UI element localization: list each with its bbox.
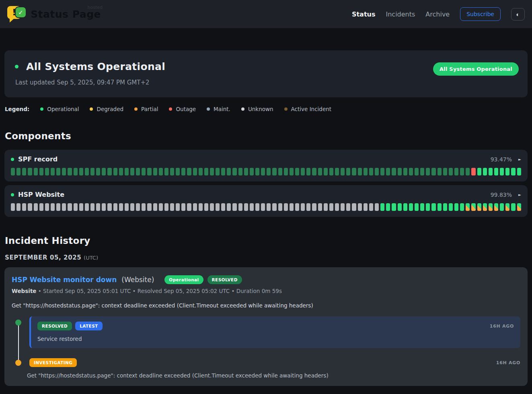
uptime-bar[interactable] — [68, 168, 72, 175]
uptime-bar[interactable] — [28, 203, 32, 211]
uptime-bar[interactable] — [164, 203, 168, 211]
uptime-bar[interactable] — [409, 168, 413, 175]
uptime-bar[interactable] — [136, 168, 140, 175]
uptime-bar[interactable] — [403, 168, 407, 175]
uptime-bar[interactable] — [505, 203, 509, 211]
uptime-bar[interactable] — [466, 203, 470, 211]
uptime-bar[interactable] — [244, 203, 248, 211]
uptime-bar[interactable] — [79, 203, 83, 211]
uptime-bar[interactable] — [449, 203, 453, 211]
uptime-bar[interactable] — [181, 168, 185, 175]
uptime-bar[interactable] — [306, 203, 310, 211]
uptime-bar[interactable] — [90, 168, 94, 175]
uptime-bar[interactable] — [403, 203, 407, 211]
uptime-bar[interactable] — [301, 168, 305, 175]
uptime-bar[interactable] — [107, 203, 111, 211]
uptime-bar[interactable] — [227, 203, 231, 211]
uptime-bar[interactable] — [324, 168, 328, 175]
uptime-bar[interactable] — [74, 168, 78, 175]
uptime-bar[interactable] — [199, 168, 203, 175]
uptime-bar[interactable] — [272, 168, 276, 175]
uptime-bar[interactable] — [39, 168, 43, 175]
uptime-bar[interactable] — [420, 203, 424, 211]
uptime-bar[interactable] — [335, 203, 339, 211]
uptime-bar[interactable] — [415, 168, 419, 175]
uptime-bar[interactable] — [329, 203, 333, 211]
uptime-bar[interactable] — [119, 203, 123, 211]
uptime-bar[interactable] — [449, 168, 453, 175]
uptime-bar[interactable] — [443, 203, 447, 211]
uptime-bar[interactable] — [221, 203, 225, 211]
uptime-bar[interactable] — [34, 168, 38, 175]
uptime-bar[interactable] — [284, 168, 288, 175]
uptime-bar[interactable] — [56, 203, 60, 211]
uptime-bar[interactable] — [358, 168, 362, 175]
uptime-bar[interactable] — [398, 168, 402, 175]
uptime-bar[interactable] — [380, 203, 384, 211]
uptime-bar[interactable] — [324, 203, 328, 211]
theme-toggle-button[interactable]: ◐ — [511, 8, 525, 21]
uptime-bar[interactable] — [130, 168, 134, 175]
uptime-bar[interactable] — [193, 168, 197, 175]
uptime-bar[interactable] — [39, 203, 43, 211]
uptime-bar[interactable] — [375, 203, 379, 211]
uptime-bar[interactable] — [136, 203, 140, 211]
uptime-bar[interactable] — [438, 203, 442, 211]
uptime-bar[interactable] — [238, 203, 242, 211]
uptime-bar[interactable] — [74, 203, 78, 211]
uptime-bar[interactable] — [500, 168, 504, 175]
uptime-bar[interactable] — [45, 203, 49, 211]
uptime-bar[interactable] — [51, 203, 55, 211]
uptime-bar[interactable] — [34, 203, 38, 211]
uptime-bar[interactable] — [471, 203, 475, 211]
uptime-bar[interactable] — [187, 168, 191, 175]
uptime-bar[interactable] — [443, 168, 447, 175]
uptime-bar[interactable] — [261, 168, 265, 175]
uptime-bar[interactable] — [460, 203, 464, 211]
uptime-bar[interactable] — [96, 168, 100, 175]
uptime-bar[interactable] — [489, 203, 493, 211]
uptime-bar[interactable] — [460, 168, 464, 175]
uptime-bar[interactable] — [489, 168, 493, 175]
uptime-bar[interactable] — [153, 203, 157, 211]
component-header[interactable]: HSP Website99.83%► — [11, 191, 521, 198]
uptime-bar[interactable] — [392, 203, 396, 211]
uptime-bar[interactable] — [216, 203, 220, 211]
uptime-bar[interactable] — [290, 203, 294, 211]
uptime-bar[interactable] — [232, 168, 236, 175]
uptime-bar[interactable] — [147, 203, 151, 211]
uptime-bar[interactable] — [409, 203, 413, 211]
uptime-bar[interactable] — [199, 203, 203, 211]
uptime-bar[interactable] — [210, 168, 214, 175]
uptime-bar[interactable] — [392, 168, 396, 175]
expand-icon[interactable]: ► — [518, 157, 521, 161]
uptime-bar[interactable] — [28, 168, 32, 175]
uptime-bar[interactable] — [511, 168, 515, 175]
uptime-bar[interactable] — [272, 203, 276, 211]
expand-icon[interactable]: ► — [518, 193, 521, 197]
uptime-bar[interactable] — [318, 203, 322, 211]
uptime-bar[interactable] — [125, 203, 129, 211]
nav-item-status[interactable]: Status — [352, 10, 376, 18]
uptime-bar[interactable] — [159, 168, 163, 175]
uptime-bar[interactable] — [278, 168, 282, 175]
uptime-bar[interactable] — [466, 168, 470, 175]
uptime-bar[interactable] — [107, 168, 111, 175]
uptime-bar[interactable] — [511, 203, 515, 211]
uptime-bar[interactable] — [210, 203, 214, 211]
uptime-bar[interactable] — [22, 203, 26, 211]
uptime-bar[interactable] — [415, 203, 419, 211]
uptime-bar[interactable] — [164, 168, 168, 175]
uptime-bar[interactable] — [341, 168, 345, 175]
uptime-bar[interactable] — [364, 203, 368, 211]
uptime-bar[interactable] — [318, 168, 322, 175]
uptime-bar[interactable] — [426, 168, 430, 175]
uptime-bar[interactable] — [113, 203, 117, 211]
uptime-bar[interactable] — [290, 168, 294, 175]
uptime-bar[interactable] — [255, 203, 259, 211]
uptime-bar[interactable] — [346, 203, 350, 211]
uptime-bar[interactable] — [96, 203, 100, 211]
uptime-bar[interactable] — [102, 168, 106, 175]
uptime-bar[interactable] — [16, 168, 21, 175]
uptime-bar[interactable] — [153, 168, 157, 175]
